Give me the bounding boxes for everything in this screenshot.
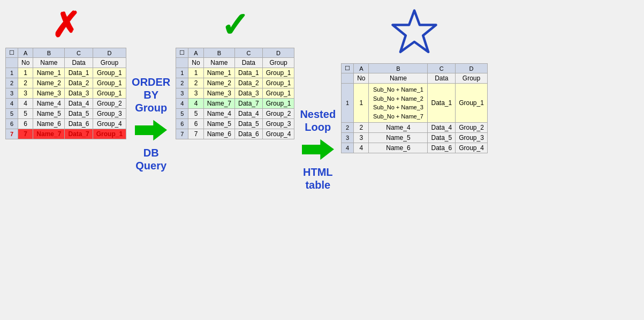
right-col-d: D — [456, 64, 488, 73]
html-table-label: HTML table — [303, 166, 333, 191]
star-icon — [390, 8, 438, 58]
table-row: 3 3 Name_5 Data_5 Group_3 — [342, 133, 488, 143]
main-container: ✗ ☐ A B C D No Name Data Group — [5, 8, 639, 195]
table-row: 1 1 Name_1 Data_1 Group_1 — [176, 68, 294, 78]
table-row: 5 5 Name_4 Data_4 Group_2 — [176, 109, 294, 119]
table-row: 7 7 Name_7 Data_7 Group_1 — [6, 129, 126, 139]
right-arrow2-icon — [302, 139, 334, 160]
left-col-c: C — [65, 48, 93, 58]
center-col-b: B — [203, 48, 234, 58]
table-row: 7 7 Name_6 Data_6 Group_4 — [176, 129, 294, 139]
center-col-c: C — [235, 48, 263, 58]
table-row: 4 4 Name_7 Data_7 Group_1 — [176, 99, 294, 109]
left-table: ☐ A B C D No Name Data Group 1 1 — [5, 48, 126, 139]
table-row: 4 4 Name_4 Data_4 Group_2 — [6, 99, 126, 109]
table-row: 1 1 Sub_No + Name_1Sub_No + Name_2Sub_No… — [342, 84, 488, 123]
db-query-label: DB Query — [135, 146, 166, 172]
left-col-a: A — [18, 48, 33, 58]
svg-marker-0 — [135, 120, 167, 141]
right-section: ☐ A B C D No Name Data Group 1 1 — [341, 8, 488, 153]
left-col-checkbox: ☐ — [6, 48, 18, 58]
order-by-label: ORDER BY Group — [132, 76, 170, 114]
svg-marker-2 — [393, 11, 436, 52]
table-row: No Name Data Group — [176, 58, 294, 68]
table-row: 6 6 Name_5 Data_5 Group_3 — [176, 119, 294, 129]
svg-marker-1 — [302, 139, 334, 160]
right-col-b: B — [369, 64, 428, 73]
table-row: 5 5 Name_5 Data_5 Group_3 — [6, 109, 126, 119]
table-row: No Name Data Group — [6, 58, 126, 68]
table-row: No Name Data Group — [342, 73, 488, 84]
center-col-d: D — [262, 48, 294, 58]
table-row: 2 2 Name_2 Data_2 Group_1 — [176, 78, 294, 88]
left-col-d: D — [93, 48, 126, 58]
table-row: 2 2 Name_4 Data_4 Group_2 — [342, 123, 488, 133]
center-section: ✓ ☐ A B C D No Name Data Group — [176, 8, 294, 139]
table-row: 1 1 Name_1 Data_1 Group_1 — [6, 68, 126, 78]
center-col-checkbox: ☐ — [176, 48, 188, 58]
check-icon: ✓ — [221, 8, 249, 42]
right-col-c: C — [428, 64, 456, 73]
table-row: 4 4 Name_6 Data_6 Group_4 — [342, 143, 488, 153]
center-table: ☐ A B C D No Name Data Group 1 1 — [176, 48, 294, 139]
center-col-a: A — [188, 48, 203, 58]
right-arrow-section: Nested Loop HTML table — [300, 105, 336, 195]
right-col-checkbox: ☐ — [342, 64, 354, 73]
x-icon: ✗ — [51, 8, 80, 42]
table-row: 3 3 Name_3 Data_3 Group_1 — [176, 88, 294, 99]
left-section: ✗ ☐ A B C D No Name Data Group — [5, 8, 126, 139]
table-row: 6 6 Name_6 Data_6 Group_4 — [6, 119, 126, 129]
right-table: ☐ A B C D No Name Data Group 1 1 — [341, 63, 488, 153]
left-col-b: B — [33, 48, 65, 58]
left-arrow-section: ORDER BY Group DB Query — [132, 72, 170, 175]
table-row: 3 3 Name_3 Data_3 Group_1 — [6, 88, 126, 99]
right-col-a: A — [354, 64, 369, 73]
nested-loop-label: Nested Loop — [300, 108, 336, 133]
right-arrow-icon — [135, 120, 167, 141]
table-row: 2 2 Name_2 Data_2 Group_1 — [6, 78, 126, 88]
